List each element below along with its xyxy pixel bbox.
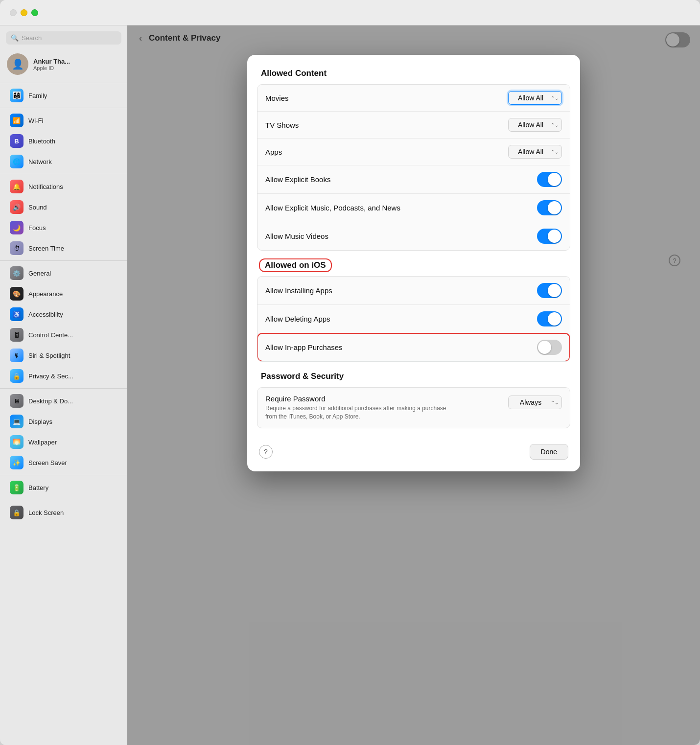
apps-control[interactable]: Allow All 4+ 9+ 12+ 17+ Don't Allow [508,145,562,159]
sidebar-item-control[interactable]: 🎛 Control Cente... [3,325,124,345]
inapp-purchases-row: Allow In-app Purchases [257,333,570,361]
apps-select-wrapper[interactable]: Allow All 4+ 9+ 12+ 17+ Don't Allow [508,145,562,159]
password-security-table: Require Password Require a password for … [257,387,570,428]
explicit-books-toggle[interactable] [537,172,562,187]
deleting-apps-toggle[interactable] [537,311,562,326]
music-videos-control[interactable] [537,229,562,244]
password-security-title: Password & Security [247,372,580,387]
notifications-icon: 🔔 [10,180,23,193]
sidebar-label-control: Control Cente... [28,331,73,339]
explicit-books-label: Allow Explicit Books [265,175,537,184]
inapp-purchases-label: Allow In-app Purchases [265,343,537,351]
screentime-icon: ⏱ [10,241,23,255]
sidebar-label-siri: Siri & Spotlight [28,352,70,359]
done-button[interactable]: Done [530,444,568,460]
tvshows-select[interactable]: Allow All TV-Y TV-Y7 TV-G TV-PG TV-14 TV… [508,118,562,132]
sidebar-label-wifi: Wi-Fi [28,117,43,124]
allowed-content-title: Allowed Content [247,69,580,84]
modal-help-button[interactable]: ? [259,445,273,459]
sidebar-item-displays[interactable]: 💻 Displays [3,411,124,432]
require-password-select[interactable]: Always 15 Minutes 1 Hour Never [508,396,562,409]
search-placeholder[interactable]: Search [22,34,42,42]
music-videos-label: Allow Music Videos [265,232,537,240]
installing-apps-toggle[interactable] [537,283,562,298]
main-layout: 🔍 Search 👤 Ankur Tha... Apple ID 👨‍👩‍👧 F… [0,25,700,745]
sidebar-item-screensaver[interactable]: ✨ Screen Saver [3,452,124,473]
apps-select[interactable]: Allow All 4+ 9+ 12+ 17+ Don't Allow [508,145,562,159]
movies-select-wrapper[interactable]: Allow All G PG PG-13 R NC-17 Don't Allow [508,91,562,105]
modal-overlay: Allowed Content Movies Allow All G P [127,25,700,745]
sidebar-profile[interactable]: 👤 Ankur Tha... Apple ID [0,49,127,79]
divider-2 [0,108,127,108]
allowed-ios-table: Allow Installing Apps Allow Deleting App… [257,276,570,362]
explicit-music-row: Allow Explicit Music, Podcasts, and News [257,194,570,222]
sidebar-item-wifi[interactable]: 📶 Wi-Fi [3,110,124,131]
tvshows-row: TV Shows Allow All TV-Y TV-Y7 TV-G TV-PG [257,112,570,139]
general-icon: ⚙️ [10,266,23,280]
search-box[interactable]: 🔍 Search [6,31,121,45]
sidebar-item-siri[interactable]: 🎙 Siri & Spotlight [3,345,124,366]
maximize-button[interactable] [31,9,38,16]
sidebar-label-displays: Displays [28,418,52,425]
explicit-books-control[interactable] [537,172,562,187]
sidebar-item-wallpaper[interactable]: 🌅 Wallpaper [3,432,124,452]
explicit-music-label: Allow Explicit Music, Podcasts, and News [265,204,537,212]
explicit-music-toggle[interactable] [537,200,562,215]
sidebar-label-wallpaper: Wallpaper [28,439,57,446]
divider-7 [0,500,127,500]
ios-title-row: Allowed on iOS [247,260,580,276]
close-button[interactable] [10,9,17,16]
tvshows-control[interactable]: Allow All TV-Y TV-Y7 TV-G TV-PG TV-14 TV… [508,118,562,132]
sidebar-item-notifications[interactable]: 🔔 Notifications [3,176,124,197]
sidebar-item-accessibility[interactable]: ♿ Accessibility [3,304,124,325]
inapp-purchases-toggle[interactable] [537,340,562,355]
sidebar-item-family[interactable]: 👨‍👩‍👧 Family [3,85,124,106]
traffic-lights [10,9,38,16]
profile-subtitle: Apple ID [33,65,70,71]
main-window: 🔍 Search 👤 Ankur Tha... Apple ID 👨‍👩‍👧 F… [0,0,700,745]
movies-select[interactable]: Allow All G PG PG-13 R NC-17 Don't Allow [508,91,562,105]
sidebar-label-appearance: Appearance [28,290,63,298]
music-videos-row: Allow Music Videos [257,222,570,250]
installing-apps-control[interactable] [537,283,562,298]
sidebar-item-bluetooth[interactable]: B Bluetooth [3,131,124,151]
require-password-control[interactable]: Always 15 Minutes 1 Hour Never [508,396,562,409]
displays-icon: 💻 [10,415,23,428]
sidebar-item-appearance[interactable]: 🎨 Appearance [3,283,124,304]
sidebar-item-lockscreen[interactable]: 🔒 Lock Screen [3,502,124,523]
sidebar-item-network[interactable]: 🌐 Network [3,151,124,172]
family-icon: 👨‍👩‍👧 [10,89,23,102]
sidebar-item-desktop[interactable]: 🖥 Desktop & Do... [3,391,124,411]
music-videos-toggle[interactable] [537,229,562,244]
privacy-icon: 🔒 [10,369,23,383]
require-password-select-wrapper[interactable]: Always 15 Minutes 1 Hour Never [508,396,562,409]
installing-apps-row: Allow Installing Apps [257,277,570,305]
sidebar-label-screensaver: Screen Saver [28,459,67,466]
sidebar-item-privacy[interactable]: 🔒 Privacy & Sec... [3,366,124,386]
sidebar-label-battery: Battery [28,484,48,491]
installing-apps-label: Allow Installing Apps [265,286,537,295]
apps-row: Apps Allow All 4+ 9+ 12+ 17+ [257,139,570,165]
sidebar-label-screentime: Screen Time [28,245,64,252]
search-icon: 🔍 [11,34,19,42]
sidebar-item-screentime[interactable]: ⏱ Screen Time [3,238,124,258]
movies-control[interactable]: Allow All G PG PG-13 R NC-17 Don't Allow [508,91,562,105]
control-icon: 🎛 [10,328,23,342]
minimize-button[interactable] [21,9,27,16]
sidebar-label-bluetooth: Bluetooth [28,138,55,145]
sidebar-label-family: Family [28,92,47,99]
titlebar [0,0,700,25]
profile-name: Ankur Tha... [33,58,70,65]
divider-1 [0,83,127,83]
divider-5 [0,388,127,389]
sidebar-item-focus[interactable]: 🌙 Focus [3,217,124,238]
inapp-purchases-control[interactable] [537,340,562,355]
sidebar-item-sound[interactable]: 🔊 Sound [3,197,124,217]
deleting-apps-control[interactable] [537,311,562,326]
focus-icon: 🌙 [10,221,23,234]
sidebar-label-accessibility: Accessibility [28,311,63,318]
sidebar-item-battery[interactable]: 🔋 Battery [3,477,124,498]
sidebar-item-general[interactable]: ⚙️ General [3,263,124,283]
explicit-music-control[interactable] [537,200,562,215]
tvshows-select-wrapper[interactable]: Allow All TV-Y TV-Y7 TV-G TV-PG TV-14 TV… [508,118,562,132]
